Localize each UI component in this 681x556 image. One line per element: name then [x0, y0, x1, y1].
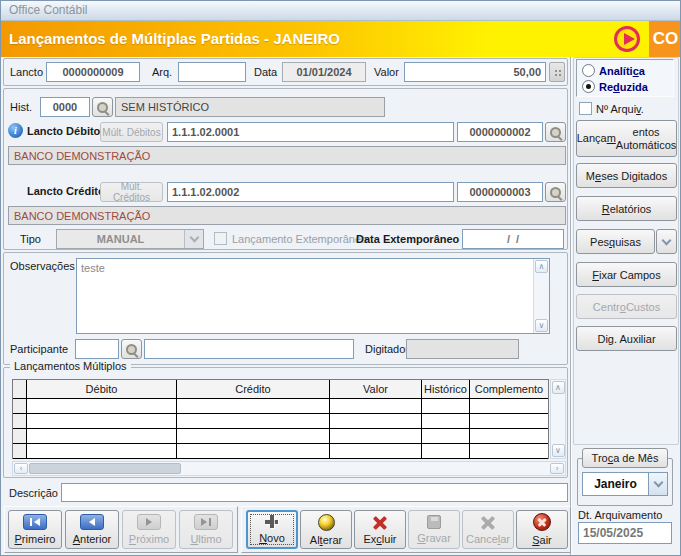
anterior-button[interactable]: Anterior: [65, 510, 119, 549]
grid-row[interactable]: [13, 399, 548, 414]
tipo-select[interactable]: MANUAL: [56, 229, 204, 249]
first-record-icon: [23, 514, 47, 530]
participante-nome-input[interactable]: [144, 339, 354, 359]
debito-conta-input[interactable]: [167, 122, 454, 142]
cancelar-label: Cancelar: [466, 533, 510, 545]
grid-table[interactable]: Débito Crédito Valor Histórico Complemen…: [12, 379, 549, 459]
analitica-label: Analítica: [599, 65, 645, 77]
grid-row[interactable]: [13, 414, 548, 429]
mes-value: Janeiro: [583, 473, 648, 495]
data-extemporaneo-label: Data Extemporâneo: [356, 233, 459, 245]
participante-code-input[interactable]: [75, 339, 119, 359]
troca-de-mes-button[interactable]: Troca de Mês: [582, 448, 668, 468]
grid-hscrollbar[interactable]: ‹ ›: [12, 461, 566, 476]
chevron-down-icon: [648, 473, 667, 495]
radio-analitica[interactable]: Analítica: [582, 64, 668, 77]
scroll-right-icon[interactable]: ›: [550, 463, 564, 474]
valor-input[interactable]: [404, 62, 546, 82]
valor-ellipsis-button[interactable]: [549, 62, 565, 82]
radio-reduzida[interactable]: Reduzida: [582, 80, 668, 93]
ultimo-button[interactable]: Ultimo: [179, 510, 233, 549]
scroll-down-icon[interactable]: ∨: [552, 444, 565, 457]
pesquisas-button[interactable]: Pesquisas: [576, 229, 655, 254]
observacoes-textarea[interactable]: teste ∧ ∨: [76, 258, 550, 334]
window-titlebar: Office Contábil: [1, 1, 680, 21]
grid-header-historico[interactable]: Histórico: [422, 380, 470, 398]
num-arquiv-label: Nº Arquiv.: [596, 103, 644, 115]
observacoes-text: teste: [81, 262, 531, 274]
view-mode-group: Analítica Reduzida: [576, 59, 674, 97]
data-input[interactable]: [282, 62, 366, 82]
lancto-label: Lancto: [10, 66, 43, 78]
debito-lancto-input[interactable]: [457, 122, 543, 142]
descricao-input[interactable]: [61, 483, 568, 502]
primeiro-button[interactable]: Primeiro: [8, 510, 62, 549]
fixar-campos-button[interactable]: Fixar Campos: [576, 262, 677, 287]
descricao-label: Descrição: [9, 487, 58, 499]
mes-select[interactable]: Janeiro: [582, 472, 668, 496]
sair-button[interactable]: Sair: [516, 510, 568, 549]
hist-search-button[interactable]: [92, 97, 113, 117]
grid-header-credito[interactable]: Crédito: [177, 380, 330, 398]
search-icon: [549, 186, 562, 199]
proximo-button[interactable]: Próximo: [122, 510, 176, 549]
observacoes-scrollbar[interactable]: ∧ ∨: [533, 259, 549, 333]
lancamentos-automaticos-button[interactable]: Lançamentos Automáticos: [576, 120, 677, 157]
pesquisas-dropdown-button[interactable]: [656, 229, 677, 254]
nav-button-panel: Primeiro Anterior Próximo Ultimo: [4, 506, 238, 553]
data-extemporaneo-input[interactable]: [462, 229, 564, 249]
grid-vscrollbar[interactable]: ∧ ∨: [550, 379, 566, 459]
arq-input[interactable]: [178, 62, 246, 82]
grid-header-debito[interactable]: Débito: [27, 380, 177, 398]
scroll-down-icon[interactable]: ∨: [535, 319, 548, 332]
grid-header-valor[interactable]: Valor: [330, 380, 422, 398]
credito-lancto-input[interactable]: [457, 182, 543, 202]
exit-icon: [533, 513, 551, 531]
grid-header-complemento[interactable]: Complemento: [470, 380, 548, 398]
alterar-button[interactable]: Alterar: [300, 510, 352, 549]
scroll-up-icon[interactable]: ∧: [552, 381, 565, 394]
credito-search-button[interactable]: [545, 182, 566, 202]
sair-label: Sair: [532, 534, 552, 546]
scroll-up-icon[interactable]: ∧: [535, 260, 548, 273]
grid-row[interactable]: [13, 444, 548, 459]
mult-creditos-button[interactable]: Múlt. Créditos: [100, 182, 163, 202]
digitador-label: Digitador: [365, 343, 409, 355]
credito-conta-input[interactable]: [167, 182, 454, 202]
excluir-button[interactable]: Excluir: [354, 510, 406, 549]
hist-code-input[interactable]: [40, 97, 90, 117]
valor-label: Valor: [374, 66, 399, 78]
meses-digitados-button[interactable]: Meses Digitados: [576, 163, 677, 188]
alterar-label: Alterar: [310, 534, 342, 546]
extemporaneo-checkbox[interactable]: [214, 232, 227, 245]
participante-search-button[interactable]: [121, 339, 142, 359]
num-arquiv-checkbox[interactable]: [579, 102, 592, 115]
observacoes-label: Observações: [10, 260, 75, 272]
plus-icon: [265, 515, 279, 529]
lancto-input[interactable]: [46, 62, 140, 82]
debito-search-button[interactable]: [545, 122, 566, 142]
logo-co: CO: [649, 21, 681, 57]
banner: Lançamentos de Múltiplas Partidas - JANE…: [1, 21, 681, 57]
play-icon: [614, 26, 640, 52]
dig-auxiliar-button[interactable]: Dig. Auxiliar: [576, 326, 677, 351]
application-window: Office Contábil Lançamentos de Múltiplas…: [0, 0, 681, 556]
chevron-down-icon: [662, 235, 672, 245]
grid-row[interactable]: [13, 429, 548, 444]
data-label: Data: [254, 66, 277, 78]
relatorios-button[interactable]: Relatórios: [576, 196, 677, 221]
scroll-left-icon[interactable]: ‹: [14, 463, 28, 474]
grid-indicator-header: [13, 380, 27, 398]
cancel-x-icon: [480, 515, 496, 530]
dt-arquivamento-input[interactable]: [578, 522, 672, 544]
centro-custos-button[interactable]: Centro Custos: [576, 294, 677, 319]
prev-record-icon: [80, 514, 104, 530]
hist-desc-display: SEM HISTÓRICO: [115, 97, 385, 117]
gravar-button[interactable]: Gravar: [408, 510, 460, 549]
mult-debitos-button[interactable]: Múlt. Débitos: [100, 122, 163, 142]
cancelar-button[interactable]: Cancelar: [462, 510, 514, 549]
gravar-label: Gravar: [417, 532, 451, 544]
proximo-label: Próximo: [129, 533, 169, 545]
scrollbar-thumb[interactable]: [29, 463, 181, 474]
novo-button[interactable]: Novo: [246, 510, 298, 549]
